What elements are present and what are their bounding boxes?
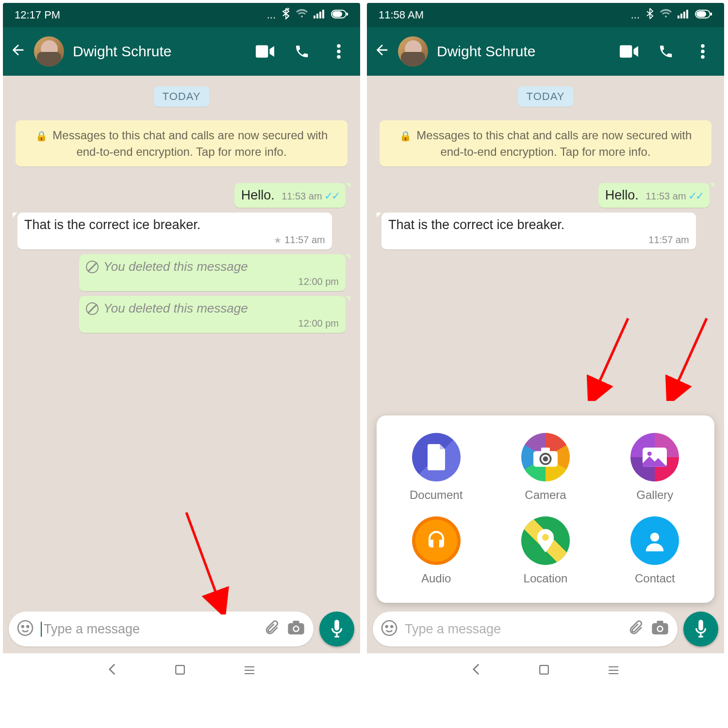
svg-rect-7 [256,45,268,57]
svg-point-14 [27,626,29,628]
input-row: Type a message [367,605,724,653]
message-time: 11:57 am [284,234,325,246]
svg-rect-3 [322,10,324,18]
battery-icon [695,9,712,21]
svg-rect-2 [319,12,321,18]
svg-point-10 [337,55,341,59]
back-button[interactable] [10,41,26,63]
emoji-icon[interactable] [381,619,398,639]
attach-audio[interactable]: Audio [386,516,486,585]
gallery-icon [630,433,679,481]
status-icons: ... [267,8,348,22]
camera-icon[interactable] [650,618,670,640]
menu-button[interactable] [693,42,712,61]
emoji-icon[interactable] [17,619,34,639]
svg-rect-24 [678,16,679,18]
mic-button[interactable] [683,612,718,646]
camera-icon[interactable] [286,618,306,640]
status-time: 12:17 PM [15,9,60,21]
message-in[interactable]: That is the correct ice breaker. ★ 11:57… [17,213,332,249]
svg-point-12 [18,621,33,635]
phone-screenshot-right: 11:58 AM ... Dwight Schrute TODAY 🔒 Mess… [367,3,724,688]
deleted-message[interactable]: You deleted this message 12:00 pm [79,254,346,291]
svg-rect-30 [711,13,712,16]
svg-point-39 [543,456,548,462]
app-bar: Dwight Schrute [3,27,360,76]
deleted-message[interactable]: You deleted this message 12:00 pm [79,296,346,333]
status-bar: 12:17 PM ... [3,3,360,27]
phone-screenshot-left: 12:17 PM ... Dwight Schrute [3,3,360,688]
svg-point-8 [337,44,341,48]
bluetooth-icon [645,8,654,22]
encryption-notice[interactable]: 🔒 Messages to this chat and calls are no… [380,120,711,166]
svg-rect-19 [334,620,339,630]
svg-line-11 [186,513,220,605]
contact-name[interactable]: Dwight Schrute [437,43,607,60]
message-text: That is the correct ice breaker. [388,217,564,232]
wifi-icon [296,9,308,21]
more-icon: ... [267,9,276,21]
svg-point-44 [382,621,397,635]
svg-rect-29 [696,11,706,17]
android-nav-bar [3,653,360,688]
contact-name[interactable]: Dwight Schrute [73,43,243,60]
attach-camera[interactable]: Camera [496,433,595,502]
svg-rect-52 [540,665,548,674]
nav-back-icon[interactable] [472,663,480,679]
message-time: 11:53 am [281,191,322,201]
message-out[interactable]: Hello. 11:53 am ✓✓ [598,183,710,208]
nav-back-icon[interactable] [108,663,116,679]
annotation-arrow [182,508,240,616]
message-input[interactable]: Type a message [41,622,256,637]
svg-rect-20 [176,665,184,674]
attach-document[interactable]: Document [386,433,486,502]
app-bar: Dwight Schrute [367,27,724,76]
message-time: 11:53 am [645,191,686,201]
svg-rect-5 [332,11,342,17]
svg-rect-6 [347,13,348,16]
svg-point-46 [391,626,393,628]
mic-button[interactable] [319,612,354,646]
lock-icon: 🔒 [35,131,48,141]
attachment-panel: Document Camera Gallery Audio Location C… [377,415,714,603]
attach-gallery[interactable]: Gallery [605,433,705,502]
message-input-box[interactable]: Type a message [9,612,314,646]
paperclip-icon[interactable] [263,620,280,638]
voice-call-button[interactable] [292,42,312,61]
attach-contact[interactable]: Contact [605,516,705,585]
message-in[interactable]: That is the correct ice breaker. 11:57 a… [381,213,696,249]
svg-point-32 [701,44,705,48]
status-icons: ... [631,8,712,22]
nav-recent-icon[interactable] [608,663,619,678]
signal-icon [678,9,689,21]
menu-button[interactable] [329,42,348,61]
more-icon: ... [631,9,640,21]
camera-icon [521,433,570,481]
nav-recent-icon[interactable] [244,663,255,678]
svg-point-13 [22,626,24,628]
battery-icon [331,9,348,21]
prohibited-icon [86,261,99,273]
back-button[interactable] [374,41,390,63]
message-out[interactable]: Hello. 11:53 am ✓✓ [234,183,346,208]
attach-location[interactable]: Location [496,516,595,585]
nav-home-icon[interactable] [539,663,549,678]
video-call-button[interactable] [619,42,639,61]
message-text: Hello. [605,188,639,202]
encryption-notice[interactable]: 🔒 Messages to this chat and calls are no… [16,120,347,166]
message-time: 12:00 pm [298,318,339,329]
svg-point-34 [701,55,705,59]
message-input-box[interactable]: Type a message [373,612,678,646]
read-ticks-icon: ✓✓ [324,190,339,202]
video-call-button[interactable] [255,42,275,61]
avatar[interactable] [398,36,428,66]
message-input[interactable]: Type a message [405,622,620,637]
lock-icon: 🔒 [399,131,412,141]
paperclip-icon[interactable] [627,620,644,638]
audio-icon [412,516,461,565]
voice-call-button[interactable] [656,42,676,61]
svg-rect-25 [680,14,682,18]
nav-home-icon[interactable] [175,663,185,678]
avatar[interactable] [34,36,64,66]
status-bar: 11:58 AM ... [367,3,724,27]
